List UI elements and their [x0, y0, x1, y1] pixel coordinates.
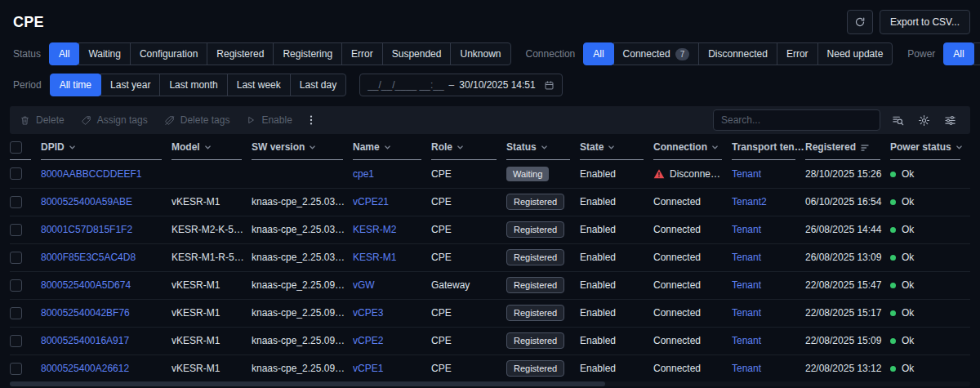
- row-checkbox[interactable]: [10, 224, 22, 236]
- select-all-checkbox[interactable]: [10, 141, 22, 154]
- column-header-sw-version[interactable]: SW version: [252, 134, 353, 160]
- name-link[interactable]: vCPE3: [353, 307, 383, 319]
- delete-tags-button[interactable]: Delete tags: [164, 114, 230, 126]
- column-header-role[interactable]: Role: [431, 134, 506, 160]
- row-checkbox[interactable]: [10, 196, 22, 208]
- filter-period-last-month[interactable]: Last month: [159, 74, 227, 96]
- column-header-power-status[interactable]: Power status: [890, 134, 970, 160]
- name-link[interactable]: KESR-M1: [353, 252, 396, 263]
- filter-power-all[interactable]: All: [943, 42, 973, 65]
- filter-connection-error[interactable]: Error: [777, 42, 818, 65]
- name-link[interactable]: cpe1: [353, 168, 374, 180]
- select-all-header: [10, 134, 41, 160]
- row-checkbox[interactable]: [10, 167, 22, 180]
- tenant-link[interactable]: Tenant: [732, 224, 761, 235]
- state-cell: Enabled: [580, 327, 653, 355]
- search-list-button[interactable]: [887, 109, 908, 131]
- connection-value: Connected: [653, 224, 701, 235]
- dpid-link[interactable]: 8000525400A26612: [41, 363, 129, 374]
- tenant-link[interactable]: Tenant: [732, 168, 761, 180]
- name-link[interactable]: KESR-M2: [353, 224, 396, 235]
- dpid-cell: 800052540042BF76: [41, 299, 172, 327]
- filter-connection-need-update[interactable]: Need update: [817, 42, 893, 65]
- search-input[interactable]: [713, 109, 880, 131]
- filter-period-last-week[interactable]: Last week: [227, 74, 291, 96]
- filter-status-registered[interactable]: Registered: [207, 42, 274, 65]
- row-checkbox[interactable]: [10, 279, 22, 292]
- dpid-link[interactable]: 8000525400A59ABE: [41, 196, 132, 207]
- column-header-registered[interactable]: Registered: [805, 134, 890, 160]
- status-filters-row: Status AllWaitingConfigurationRegistered…: [0, 42, 980, 65]
- sw-version-cell: knaas-cpe_2.25.03.re…: [252, 243, 353, 271]
- filter-period-all-time[interactable]: All time: [50, 74, 101, 96]
- column-header-status[interactable]: Status: [506, 134, 580, 160]
- dpid-link[interactable]: 800052540016A917: [41, 335, 129, 346]
- model-cell: vKESR-M1: [172, 299, 252, 327]
- dpid-cell: 8000525400A59ABE: [41, 188, 172, 216]
- column-header-state[interactable]: State: [580, 134, 653, 160]
- name-link[interactable]: vCPE2: [353, 335, 383, 346]
- assign-tags-button[interactable]: Assign tags: [81, 114, 148, 126]
- filter-status-all[interactable]: All: [49, 42, 79, 65]
- enable-button[interactable]: Enable: [246, 114, 292, 126]
- row-checkbox[interactable]: [10, 252, 22, 264]
- tenant-link[interactable]: Tenant2: [732, 196, 767, 207]
- connection-value: Connected: [653, 252, 701, 263]
- row-checkbox[interactable]: [10, 363, 22, 375]
- horizontal-scrollbar[interactable]: [10, 381, 970, 386]
- registered-cell: 22/08/2025 15:47: [805, 271, 890, 299]
- tenant-link[interactable]: Tenant: [732, 363, 761, 374]
- filter-connection-all[interactable]: All: [583, 42, 613, 65]
- filter-sliders-button[interactable]: [939, 109, 960, 131]
- dpid-cell: 8000525400A26612: [41, 355, 172, 382]
- period-filters-row: Period All timeLast yearLast monthLast w…: [0, 74, 980, 96]
- filter-period-last-year[interactable]: Last year: [100, 74, 160, 96]
- dpid-link[interactable]: 80001C57D815F1F2: [41, 224, 132, 235]
- dpid-link[interactable]: 8000AABBCCDDEEF1: [41, 168, 141, 180]
- column-header-model[interactable]: Model: [172, 134, 252, 160]
- filter-connection-connected[interactable]: Connected7: [613, 42, 700, 65]
- sw-version-cell: knaas-cpe_2.25.03.re…: [252, 188, 353, 216]
- settings-gear-button[interactable]: [913, 109, 934, 131]
- filter-status-unknown[interactable]: Unknown: [450, 42, 510, 65]
- chevron-down-icon: [384, 144, 391, 151]
- tenant-link[interactable]: Tenant: [732, 307, 761, 319]
- name-link[interactable]: vCPE1: [353, 363, 383, 374]
- more-actions-button[interactable]: [304, 113, 318, 127]
- column-header-connection[interactable]: Connection: [653, 134, 732, 160]
- name-link[interactable]: vCPE21: [353, 196, 389, 207]
- filter-status-registering[interactable]: Registering: [273, 42, 342, 65]
- column-label: Registered: [805, 141, 856, 153]
- filter-period-last-day[interactable]: Last day: [290, 74, 346, 96]
- transport-tenant-cell: Tenant2: [732, 188, 805, 216]
- calendar-icon[interactable]: [544, 80, 555, 91]
- column-header-dpid[interactable]: DPID: [41, 134, 172, 160]
- connection-cell: Connected: [653, 355, 732, 382]
- row-checkbox[interactable]: [10, 335, 22, 347]
- filter-status-suspended[interactable]: Suspended: [382, 42, 452, 65]
- date-range-input[interactable]: __/__/____ __:__ – 30/10/2025 14:51: [359, 74, 563, 96]
- delete-button[interactable]: Delete: [20, 114, 65, 126]
- tenant-link[interactable]: Tenant: [732, 279, 761, 291]
- filter-status-configuration[interactable]: Configuration: [130, 42, 207, 65]
- dpid-link[interactable]: 8000F85E3C5AC4D8: [41, 252, 136, 263]
- export-csv-button[interactable]: Export to CSV...: [880, 10, 970, 34]
- filter-power-ok[interactable]: Ok: [973, 42, 980, 65]
- dpid-link[interactable]: 800052540042BF76: [41, 307, 130, 319]
- name-link[interactable]: vGW: [353, 279, 375, 291]
- refresh-button[interactable]: [847, 10, 873, 34]
- tenant-link[interactable]: Tenant: [732, 252, 761, 263]
- export-csv-label: Export to CSV...: [890, 16, 960, 28]
- scrollbar-thumb[interactable]: [10, 381, 605, 386]
- filter-connection-disconnected[interactable]: Disconnected: [698, 42, 777, 65]
- registered-cell: 22/08/2025 13:12: [805, 355, 890, 382]
- dpid-link[interactable]: 8000525400A5D674: [41, 279, 131, 291]
- tenant-link[interactable]: Tenant: [732, 335, 761, 346]
- role-cell: CPE: [431, 355, 506, 382]
- row-checkbox[interactable]: [10, 307, 22, 319]
- column-header-transport-ten[interactable]: Transport ten…: [732, 134, 805, 160]
- action-label: Delete tags: [180, 114, 230, 126]
- filter-status-error[interactable]: Error: [341, 42, 383, 65]
- column-header-name[interactable]: Name: [353, 134, 431, 160]
- filter-status-waiting[interactable]: Waiting: [78, 42, 131, 65]
